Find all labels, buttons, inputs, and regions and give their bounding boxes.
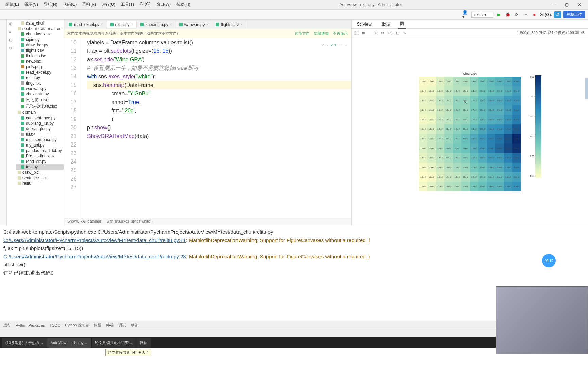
menu-item[interactable]: 代码(C) — [60, 0, 80, 9]
banner-link[interactable]: 不再显示 — [333, 31, 348, 35]
tree-item[interactable]: 讯飞--刘老师.xlsx — [16, 103, 64, 110]
settings-icon[interactable]: ⚙ — [9, 46, 14, 51]
breadcrumb-item[interactable]: with sns.axes_style("white") — [107, 219, 153, 225]
run-icon[interactable]: ▶ — [495, 11, 502, 18]
menu-item[interactable]: 窗口(W) — [153, 0, 174, 9]
tree-item[interactable]: wanwan.py — [16, 86, 64, 91]
close-tab-icon[interactable]: × — [101, 22, 103, 26]
tree-item[interactable]: cut_sentence.py — [16, 115, 64, 121]
editor-tab[interactable]: wanwan.py× — [176, 21, 212, 28]
tree-item[interactable]: pinlv.png — [16, 64, 64, 70]
collapse-icon[interactable]: ⊟ — [9, 37, 14, 43]
menu-item[interactable]: 视图(V) — [22, 0, 41, 9]
close-tab-icon[interactable]: × — [170, 22, 172, 26]
taskbar-item[interactable]: 微信 — [136, 338, 151, 348]
close-tab-icon[interactable]: × — [207, 22, 209, 26]
tree-item[interactable]: cipin.py — [16, 37, 64, 42]
banner-link[interactable]: 隐藏通知 — [314, 31, 329, 35]
down-icon[interactable]: ⌄ — [345, 41, 348, 49]
tree-item[interactable]: flights.csv — [16, 48, 64, 53]
minimize-icon[interactable]: — — [549, 2, 559, 7]
coverage-icon[interactable]: ⟳ — [513, 11, 520, 18]
tree-item[interactable]: my_api.py — [16, 142, 64, 148]
tool-tab[interactable]: 问题 — [94, 323, 101, 328]
maximize-icon[interactable]: ▢ — [561, 2, 572, 7]
user-icon[interactable]: 👤▾ — [462, 11, 469, 18]
tree-item[interactable]: sentence_cut — [16, 175, 64, 181]
sciview-tab-data[interactable]: 数据 — [380, 20, 392, 28]
profile-icon[interactable]: ⋯ — [522, 11, 529, 18]
menu-item[interactable]: 帮助(H) — [174, 0, 193, 9]
target-icon[interactable]: ◎ — [9, 21, 14, 27]
tool-tab[interactable]: 服务 — [131, 323, 138, 328]
run-config-dropdown[interactable]: relitu ▾ — [471, 12, 493, 18]
tree-item[interactable]: domain — [16, 110, 64, 115]
code-line[interactable]: annot=True, — [87, 98, 351, 106]
tree-item[interactable]: new.xlsx — [16, 59, 64, 64]
recording-timer[interactable]: 00:19 — [542, 254, 556, 267]
code-editor[interactable]: 101112131415161718192021222324252627 ⚠5 … — [64, 38, 351, 218]
zoom-in-icon[interactable]: ⊕ — [375, 31, 378, 35]
taskbar-item[interactable]: 论文共读共创小组变… — [92, 338, 136, 348]
editor-tab[interactable]: relitu.py× — [107, 21, 137, 28]
up-icon[interactable]: ⌃ — [339, 41, 342, 49]
breadcrumb-bar[interactable]: ShowGRAHeatMap()with sns.axes_style("whi… — [64, 218, 351, 226]
tool-tab[interactable]: Python Packages — [16, 323, 45, 327]
tool-tab[interactable]: 调试 — [118, 323, 126, 328]
code-line[interactable]: # 设置展示一半，如果不需要注释掉mask即可 — [87, 64, 351, 72]
expand-icon[interactable]: ≡ — [9, 29, 14, 35]
menu-item[interactable]: 导航(N) — [41, 0, 60, 9]
close-icon[interactable]: ✕ — [574, 2, 585, 7]
git-update-icon[interactable]: ⇵ — [554, 11, 561, 18]
tree-item[interactable]: read_excel.py — [16, 70, 64, 75]
banner-link[interactable]: 选择方向 — [295, 31, 310, 35]
code-line[interactable]: plt.show() — [87, 123, 351, 132]
warnings-badge[interactable]: ⚠5 — [322, 41, 328, 49]
tree-item[interactable]: 讯飞-除.xlsx — [16, 97, 64, 103]
code-line[interactable]: f, ax = plt.subplots(figsize=(15, 15)) — [87, 47, 351, 55]
code-line[interactable]: ylabels = DataFrame.columns.values.tolis… — [87, 38, 351, 47]
debug-icon[interactable]: 🐞 — [504, 11, 511, 18]
tool-tab[interactable]: Python 控制台 — [65, 323, 89, 328]
tool-tab[interactable]: 运行 — [3, 323, 11, 328]
menu-item[interactable]: 运行(U) — [99, 0, 118, 9]
editor-tab[interactable]: zhexinatu.py× — [137, 21, 176, 28]
code-line[interactable]: cmap="YlGnBu", — [87, 89, 351, 98]
tree-item[interactable]: Pre_coding.xlsx — [16, 153, 64, 159]
tree-item[interactable]: liu-last.xlsx — [16, 53, 64, 59]
tree-item[interactable]: chen-last.xlsx — [16, 31, 64, 37]
editor-tab[interactable]: flights.csv× — [212, 21, 246, 28]
upload-button[interactable]: 拖拽上传 — [564, 11, 585, 18]
menu-item[interactable]: 工具(T) — [118, 0, 137, 9]
editor-tab[interactable]: read_excel.py× — [65, 21, 107, 28]
stop-icon[interactable]: ■ — [531, 11, 538, 18]
zoom-out-icon[interactable]: ⊖ — [381, 31, 384, 35]
code-line[interactable]: ShowGRAHeatMap(data) — [87, 132, 351, 140]
code-line[interactable]: fmt='.20g', — [87, 106, 351, 115]
tree-item[interactable]: read_srt.py — [16, 159, 64, 164]
tool-tab[interactable]: 终端 — [106, 323, 114, 328]
tree-item[interactable]: duixianglei.py — [16, 126, 64, 132]
tree-item[interactable]: seaborn-data-master — [16, 26, 64, 31]
tree-item[interactable]: relitu — [16, 181, 64, 186]
taskbar-item[interactable]: (13条消息) 关于热力… — [2, 338, 47, 348]
breadcrumb-item[interactable]: ShowGRAHeatMap() — [67, 219, 102, 225]
grid-icon[interactable]: ⊞ — [362, 31, 365, 35]
taskbar-item[interactable]: AutoView – relitu.py… — [47, 338, 91, 348]
tree-item[interactable]: relitu.py — [16, 75, 64, 80]
code-line[interactable]: ax.set_title('Wine GRA') — [87, 55, 351, 64]
save-icon[interactable]: ▢ — [396, 31, 399, 35]
sciview-tab-plot[interactable]: 图 — [398, 19, 406, 29]
tree-item[interactable]: pandas_read_txt.py — [16, 148, 64, 153]
color-picker-icon[interactable]: ✎ — [403, 31, 406, 35]
tree-item[interactable]: mul_sentence.py — [16, 137, 64, 142]
tree-item[interactable]: liu.txt — [16, 132, 64, 137]
code-line[interactable]: sns.heatmap(DataFrame, — [87, 81, 351, 89]
fit-icon[interactable]: ⛶ — [355, 31, 359, 35]
menu-item[interactable]: 重构(R) — [79, 0, 99, 9]
tool-tab[interactable]: TODO — [50, 323, 61, 327]
code-line[interactable]: ) — [87, 115, 351, 123]
close-tab-icon[interactable]: × — [131, 22, 133, 26]
tree-item[interactable]: tingci.txt — [16, 80, 64, 86]
code-line[interactable]: with sns.axes_style("white"): — [87, 72, 351, 81]
